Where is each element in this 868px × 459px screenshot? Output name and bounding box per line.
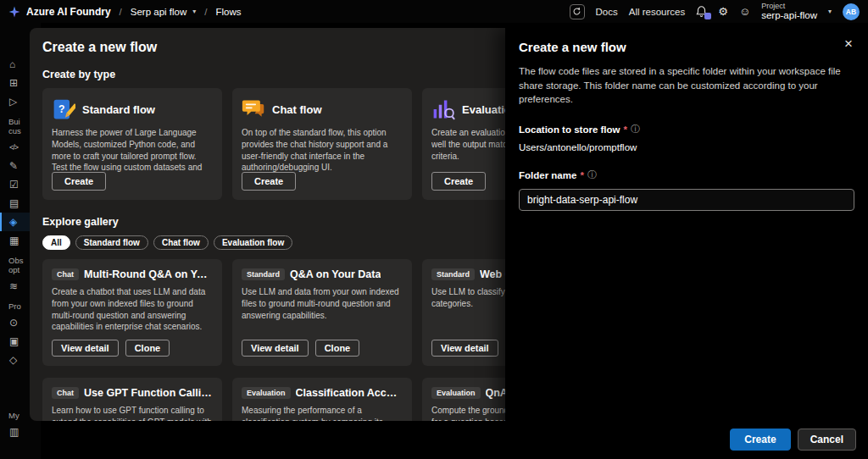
project-chevron-down-icon[interactable]: ▾ (828, 8, 832, 15)
notification-badge (704, 13, 711, 19)
gallery-card-description: Measuring the performance of a classific… (242, 405, 403, 421)
gallery-card-title: Use GPT Function Calling (84, 387, 213, 399)
feedback-smiley-icon[interactable]: ☺ (739, 6, 750, 17)
breadcrumb-page-flows[interactable]: Flows (215, 7, 241, 17)
playground-icon: ▷ (9, 96, 17, 108)
model-catalog-icon: ⊞ (9, 77, 18, 89)
create-button[interactable]: Create (730, 429, 790, 451)
gallery-card-title: Multi-Round Q&A on Your Data (84, 268, 213, 280)
safety-icon: ◇ (9, 354, 17, 366)
sidebar-item-data-files[interactable]: ▥ (0, 423, 41, 441)
home-icon: ⌂ (9, 58, 15, 70)
breadcrumb-chevron-down-icon[interactable]: ▾ (192, 8, 196, 15)
gallery-card-description: Use LLM and data from your own indexed f… (242, 286, 403, 321)
gallery-badge: Chat (52, 387, 79, 399)
gallery-badge: Standard (431, 268, 475, 280)
view-detail-button[interactable]: View detail (431, 340, 498, 357)
create-chat-flow-button[interactable]: Create (242, 172, 296, 191)
guardrails-icon: ▣ (9, 335, 19, 347)
svg-text:?: ? (58, 103, 64, 115)
gallery-badge: Standard (242, 268, 285, 280)
folder-name-info-icon[interactable]: ⓘ (587, 169, 597, 181)
gallery-badge: Evaluation (431, 387, 481, 399)
panel-footer: Create Cancel (730, 429, 856, 451)
azure-ai-foundry-logo-icon[interactable] (8, 6, 20, 18)
gallery-badge: Chat (52, 268, 79, 280)
clone-button[interactable]: Clone (315, 340, 360, 357)
view-detail-button[interactable]: View detail (52, 340, 119, 357)
breadcrumb-flow[interactable]: Serp api flow (131, 7, 186, 17)
prompt-flow-icon: ◈ (9, 216, 17, 228)
location-field-label: Location to store flow* ⓘ (519, 123, 854, 135)
gallery-card-title: Q&A on Your Data (290, 268, 381, 280)
type-card-description: On top of the standard flow, this option… (242, 127, 403, 172)
tracing-icon: ≋ (9, 280, 18, 292)
monitoring-icon: ⊙ (9, 317, 18, 329)
filter-pill-evaluation-flow[interactable]: Evaluation flow (214, 235, 292, 250)
create-evaluation-flow-button[interactable]: Create (431, 172, 486, 191)
location-value: Users/antonello/promptflow (519, 142, 854, 152)
filter-pill-standard-flow[interactable]: Standard flow (75, 235, 148, 250)
type-card-chat-flow: Chat flow On top of the standard flow, t… (232, 88, 412, 200)
notifications-bell-icon[interactable] (696, 5, 707, 18)
indexes-icon: ▤ (9, 197, 19, 209)
app-name[interactable]: Azure AI Foundry (26, 6, 111, 18)
gallery-badge: Evaluation (242, 387, 291, 399)
cancel-button[interactable]: Cancel (798, 429, 856, 451)
content-icon: ▦ (9, 235, 19, 246)
evaluation-flow-icon (431, 97, 455, 121)
type-card-description: Harness the power of Large Language Mode… (52, 127, 213, 172)
fine-tuning-icon: ✎ (9, 160, 18, 172)
panel-description: The flow code files are stored in a spec… (519, 64, 854, 107)
type-card-standard-flow: ? Standard flow Harness the power of Lar… (42, 88, 222, 200)
clone-button[interactable]: Clone (125, 340, 170, 357)
type-card-title: Chat flow (272, 103, 322, 116)
project-label: Project (761, 2, 817, 10)
filter-pill-all[interactable]: All (42, 235, 70, 250)
evaluation-icon: ☑ (9, 179, 19, 191)
project-switcher[interactable]: Project serp-api-flow (761, 2, 817, 22)
code-icon: </> (9, 143, 18, 152)
breadcrumb-separator: / (120, 7, 122, 17)
type-card-title: Standard flow (82, 103, 155, 116)
gallery-card-qa-on-your-data: Standard Q&A on Your Data Use LLM and da… (232, 259, 412, 366)
breadcrumb-separator: / (204, 7, 207, 17)
panel-title: Create a new flow (519, 40, 854, 54)
folder-name-input[interactable] (519, 189, 854, 211)
gallery-card-gpt-function-calling: Chat Use GPT Function Calling Learn how … (42, 378, 222, 421)
user-avatar[interactable]: AB (843, 3, 860, 20)
docs-link[interactable]: Docs (596, 7, 618, 17)
resource-switcher-icon[interactable] (570, 4, 585, 19)
view-detail-button[interactable]: View detail (242, 340, 309, 357)
top-bar: Azure AI Foundry / Serp api flow ▾ / Flo… (0, 0, 868, 23)
location-info-icon[interactable]: ⓘ (631, 123, 640, 135)
data-files-icon: ▥ (9, 426, 19, 438)
gallery-card-title: Classification Accuracy Evaluation (296, 387, 403, 399)
required-asterisk: * (580, 170, 583, 180)
gallery-card-description: Create a chatbot that uses LLM and data … (52, 286, 213, 333)
filter-pill-chat-flow[interactable]: Chat flow (153, 235, 209, 250)
gallery-card-multi-round-qa: Chat Multi-Round Q&A on Your Data Create… (42, 259, 222, 366)
close-icon[interactable]: × (839, 36, 858, 52)
chat-flow-icon (242, 97, 265, 121)
standard-flow-icon: ? (52, 97, 75, 121)
gallery-card-description: Learn how to use GPT function calling to… (52, 405, 213, 421)
settings-gear-icon[interactable]: ⚙ (718, 6, 728, 17)
all-resources-link[interactable]: All resources (629, 7, 685, 17)
project-name: serp-api-flow (761, 10, 817, 21)
folder-name-field-label: Folder name* ⓘ (519, 169, 854, 181)
create-standard-flow-button[interactable]: Create (52, 172, 106, 191)
gallery-card-classification-accuracy: Evaluation Classification Accuracy Evalu… (232, 378, 412, 421)
required-asterisk: * (623, 124, 626, 135)
folder-settings-panel: Create a new flow × The flow code files … (505, 28, 868, 459)
